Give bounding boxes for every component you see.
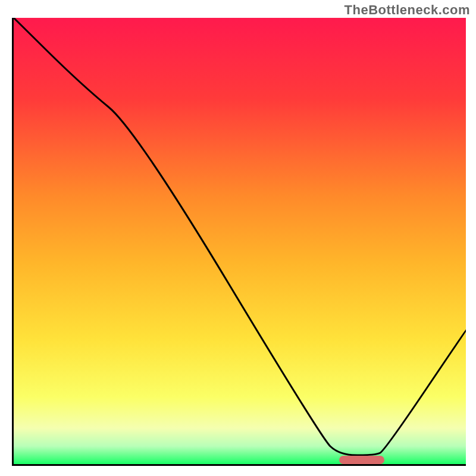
- watermark-text: TheBottleneck.com: [345, 2, 470, 18]
- bottleneck-curve-path: [14, 18, 466, 455]
- optimal-range-marker: [339, 456, 384, 464]
- plot-area: [12, 18, 466, 466]
- curve-layer: [14, 18, 466, 464]
- bottleneck-chart: TheBottleneck.com: [0, 0, 476, 476]
